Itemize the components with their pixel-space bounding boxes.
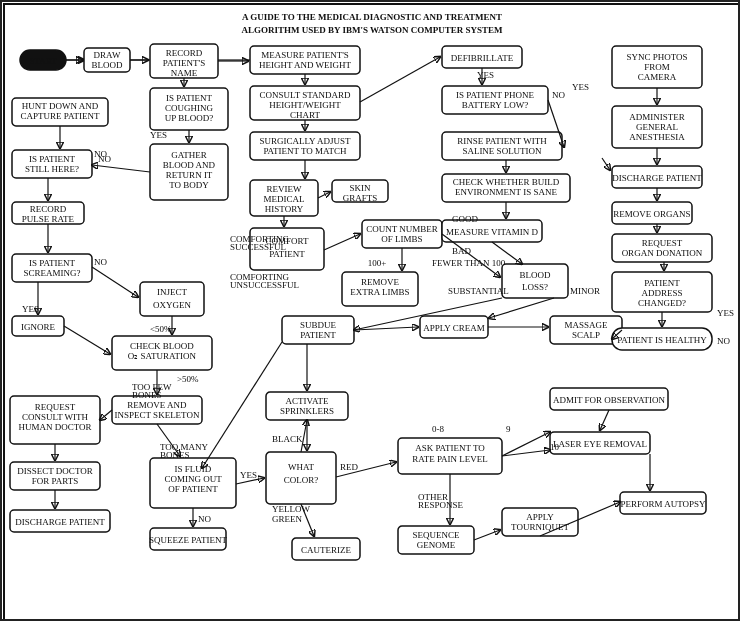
- title-line1: A GUIDE TO THE MEDICAL DIAGNOSTIC AND TR…: [242, 12, 502, 22]
- record-name-l3: NAME: [171, 68, 198, 78]
- review-l2: MEDICAL: [264, 194, 305, 204]
- lt50-label: <50%: [150, 324, 172, 334]
- svg-line-9: [64, 326, 110, 354]
- consult-human-l1: REQUEST: [35, 402, 76, 412]
- fluid-l2: COMING OUT: [164, 474, 222, 484]
- coughing-l2: COUGHING: [165, 103, 213, 113]
- subdue-l2: PATIENT: [300, 330, 336, 340]
- consult-l2: HEIGHT/WEIGHT: [269, 100, 341, 110]
- no-cough-label: NO: [98, 154, 111, 164]
- svg-line-44: [324, 234, 360, 250]
- fluid-l3: OF PATIENT: [168, 484, 218, 494]
- yes-fluid-label: YES: [240, 470, 257, 480]
- sync-l1: SYNC PHOTOS: [626, 52, 687, 62]
- skel-l2: INSPECT SKELETON: [115, 410, 200, 420]
- no-fluid-label: NO: [198, 514, 211, 524]
- skin-l2: GRAFTS: [343, 193, 378, 203]
- measure-l2: HEIGHT AND WEIGHT: [259, 60, 352, 70]
- measure-l1: MEASURE PATIENT'S: [261, 50, 349, 60]
- bad-label: BAD: [452, 246, 472, 256]
- fluid-l1: IS FLUID: [175, 464, 212, 474]
- healthy-label: PATIENT IS HEALTHY: [617, 335, 707, 345]
- build-l1: CHECK WHETHER BUILD: [453, 177, 560, 187]
- subdue-l1: SUBDUE: [300, 320, 337, 330]
- surgical-l1: SURGICALLY ADJUST: [259, 136, 351, 146]
- scream-l1: IS PATIENT: [29, 258, 75, 268]
- sat-l1: CHECK BLOOD: [130, 341, 194, 351]
- sat-l2: O₂ SATURATION: [128, 351, 197, 361]
- autopsy-label: PERFORM AUTOPSY: [620, 499, 706, 509]
- no-address-label: NO: [717, 336, 730, 346]
- color-l1: WHAT: [288, 462, 314, 472]
- anesthesia-l1: ADMINISTER: [629, 112, 685, 122]
- skel-l1: REMOVE AND: [127, 400, 187, 410]
- organ-l2: ORGAN DONATION: [622, 248, 703, 258]
- svg-line-52: [318, 192, 330, 198]
- cream-label: APPLY CREAM: [423, 323, 485, 333]
- anesthesia-l3: ANESTHESIA: [629, 132, 685, 142]
- draw-blood-label2: BLOOD: [92, 60, 123, 70]
- address-l3: CHANGED?: [638, 298, 686, 308]
- color-l2: COLOR?: [284, 475, 319, 485]
- sprink-l2: SPRINKLERS: [280, 406, 334, 416]
- genome-l1: SEQUENCE: [413, 530, 461, 540]
- still-l1: IS PATIENT: [29, 154, 75, 164]
- yes-cough-label: YES: [150, 130, 167, 140]
- count-l1: COUNT NUMBER: [366, 224, 438, 234]
- diagram-wrapper: A GUIDE TO THE MEDICAL DIAGNOSTIC AND TR…: [2, 2, 738, 619]
- consult-l3: CHART: [290, 110, 320, 120]
- blood-loss-l2: LOSS?: [522, 282, 548, 292]
- review-l1: REVIEW: [267, 184, 302, 194]
- build-l2: ENVIRONMENT IS SANE: [455, 187, 557, 197]
- rinse-l1: RINSE PATIENT WITH: [457, 136, 547, 146]
- red-label: RED: [340, 462, 359, 472]
- hunt-l2: CAPTURE PATIENT: [21, 111, 100, 121]
- vitamin-label: MEASURE VITAMIN D: [446, 227, 539, 237]
- consult-human-l3: HUMAN DOCTOR: [18, 422, 91, 432]
- limbs-fewer-label: FEWER THAN 100: [432, 258, 506, 268]
- squeeze-label: SQUEEZE PATIENT: [149, 535, 227, 545]
- pain-l1: ASK PATIENT TO: [415, 443, 485, 453]
- tourniquet-l1: APPLY: [526, 512, 554, 522]
- svg-line-14: [100, 410, 112, 420]
- comforting-unsuccess-label2: UNSUCCESSFUL: [230, 280, 299, 290]
- yes-address-label: YES: [717, 308, 734, 318]
- minor-label: MINOR: [570, 286, 600, 296]
- laser-label: LASER EYE REMOVAL: [553, 439, 647, 449]
- no-phone-label: NO: [552, 90, 565, 100]
- sync-l3: CAMERA: [638, 72, 677, 82]
- surgical-l2: PATIENT TO MATCH: [263, 146, 347, 156]
- phone-l1: IS PATIENT PHONE: [456, 90, 535, 100]
- inject-l1: INJECT: [157, 287, 187, 297]
- gather-l4: TO BODY: [169, 180, 209, 190]
- no-label-2: NO: [94, 257, 107, 267]
- yes-defib-label: YES: [477, 70, 494, 80]
- pulse-l2: PULSE RATE: [22, 214, 75, 224]
- svg-line-8: [92, 267, 138, 297]
- main-container: A GUIDE TO THE MEDICAL DIAGNOSTIC AND TR…: [0, 0, 740, 621]
- gather-l3: RETURN IT: [166, 170, 213, 180]
- genome-l2: GENOME: [417, 540, 456, 550]
- massage-l1: MASSAGE: [564, 320, 608, 330]
- svg-line-32: [602, 158, 610, 170]
- record-name-l1: RECORD: [166, 48, 203, 58]
- pain-9-label: 9: [506, 424, 511, 434]
- bones-label2: BONES: [160, 450, 190, 460]
- svg-line-39: [600, 410, 609, 430]
- remove-limbs-l1: REMOVE: [361, 277, 400, 287]
- cauterize-label: CAUTERIZE: [301, 545, 351, 555]
- skin-l1: SKIN: [349, 183, 371, 193]
- organ-l1: REQUEST: [642, 238, 683, 248]
- scream-l2: SCREAMING?: [23, 268, 80, 278]
- gt50-label: >50%: [177, 374, 199, 384]
- massage-l2: SCALP: [572, 330, 600, 340]
- discharge-bottom-label: DISCHARGE PATIENT: [15, 517, 105, 527]
- dissect-l1: DISSECT DOCTOR: [17, 466, 92, 476]
- coughing-l3: UP BLOOD?: [165, 113, 213, 123]
- yellow-label: YELLOW: [272, 504, 310, 514]
- good-label: GOOD: [452, 214, 478, 224]
- consult-human-l2: CONSULT WITH: [22, 412, 89, 422]
- black-label: BLACK: [272, 434, 303, 444]
- pain-10-label: 10: [550, 442, 560, 452]
- consult-l1: CONSULT STANDARD: [259, 90, 351, 100]
